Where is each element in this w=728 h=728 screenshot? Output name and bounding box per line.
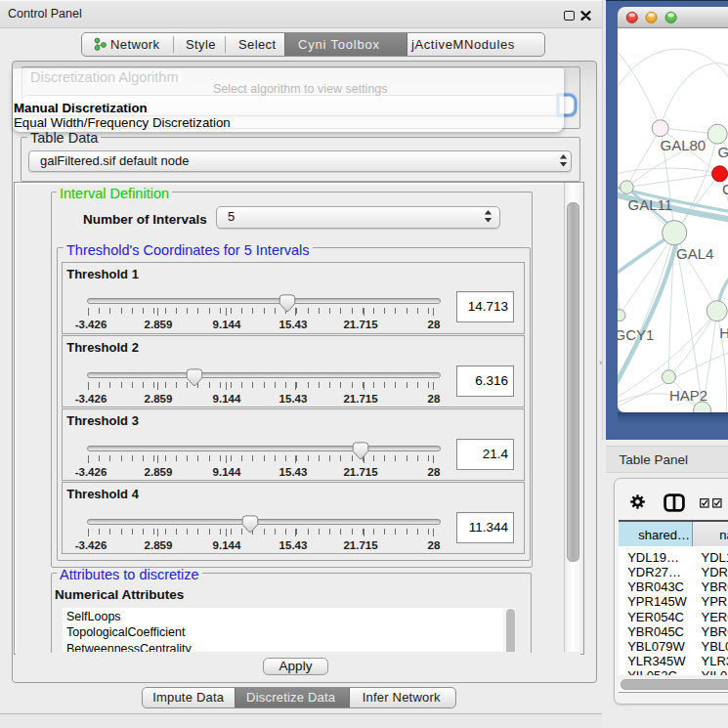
svg-text:GAL80: GAL80	[661, 137, 707, 153]
svg-text:GAL1: GAL1	[718, 144, 728, 160]
svg-text:GCY1: GCY1	[618, 326, 654, 343]
svg-text:H: H	[719, 324, 728, 341]
svg-text:HAP2: HAP2	[669, 387, 707, 404]
svg-text:GAL4: GAL4	[676, 245, 713, 262]
svg-text:C: C	[722, 181, 728, 197]
svg-text:GAL11: GAL11	[628, 196, 673, 213]
